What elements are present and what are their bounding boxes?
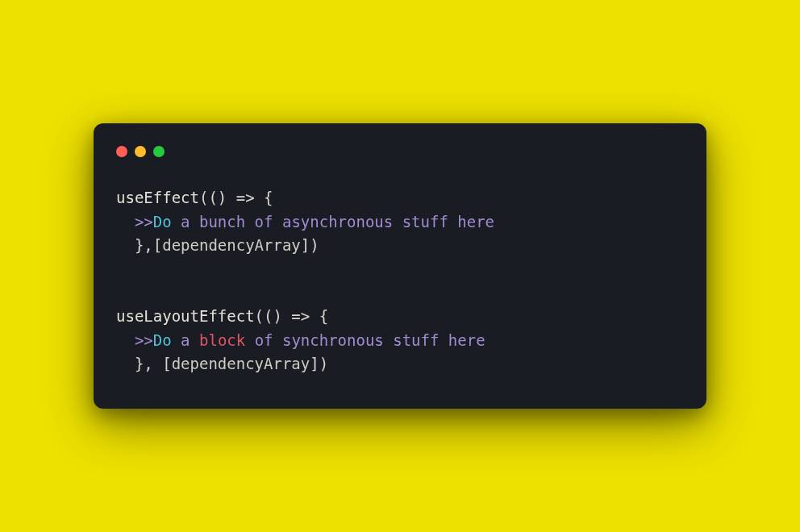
code-line: >>Do a block of synchronous stuff here: [116, 329, 684, 352]
indent: [116, 236, 135, 254]
indent: [116, 331, 135, 349]
code-line: }, [dependencyArray]): [116, 352, 684, 376]
comment-text: a: [172, 331, 199, 349]
code-line: >>Do a bunch of asynchronous stuff here: [116, 210, 684, 234]
minimize-icon[interactable]: [135, 146, 146, 157]
code-text: (() => {: [199, 189, 273, 206]
function-name: useEffect: [116, 189, 199, 206]
comment-text: a bunch of asynchronous stuff here: [172, 213, 494, 231]
code-block: useEffect(() => { >>Do a bunch of asynch…: [116, 186, 684, 376]
blank-line: [116, 281, 684, 305]
keyword-do: Do: [153, 331, 172, 349]
close-icon[interactable]: [116, 146, 127, 157]
function-name: useLayoutEffect: [116, 307, 255, 325]
close-bracket: ]): [301, 236, 319, 254]
indent: [116, 355, 135, 372]
blank-line: [116, 258, 684, 281]
arrow-marker: >>: [135, 331, 153, 349]
code-line: },[dependencyArray]): [116, 234, 684, 257]
dependency-array: dependencyArray: [172, 355, 310, 372]
close-bracket: ]): [310, 355, 328, 372]
code-line: useLayoutEffect(() => {: [116, 305, 684, 328]
code-text: (() => {: [255, 307, 329, 325]
brace-text: },[: [135, 236, 162, 254]
window-traffic-lights: [116, 146, 684, 157]
arrow-marker: >>: [135, 213, 153, 231]
indent: [116, 213, 135, 231]
keyword-block: block: [199, 331, 245, 349]
brace-text: }, [: [135, 355, 172, 372]
comment-text: of synchronous stuff here: [245, 331, 485, 349]
code-window: useEffect(() => { >>Do a bunch of asynch…: [94, 123, 706, 409]
code-line: useEffect(() => {: [116, 186, 684, 210]
dependency-array: dependencyArray: [162, 236, 301, 254]
keyword-do: Do: [153, 213, 172, 231]
maximize-icon[interactable]: [153, 146, 165, 157]
